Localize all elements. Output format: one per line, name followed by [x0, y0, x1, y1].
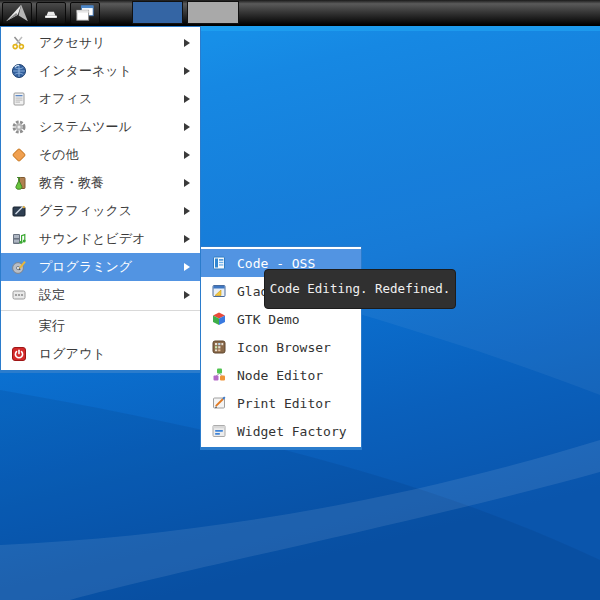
menu-item-sound-video[interactable]: サウンドとビデオ	[1, 225, 200, 253]
menu-item-label: Widget Factory	[237, 424, 347, 439]
tablet-pen-icon	[11, 203, 27, 219]
submenu-arrow-icon	[184, 235, 190, 243]
menu-item-system-tools[interactable]: システムツール	[1, 113, 200, 141]
menu-item-programming[interactable]: プログラミング	[1, 253, 200, 281]
applications-menu: アクセサリインターネットオフィスシステムツールその他教育・教養グラフィックスサウ…	[0, 26, 201, 373]
menu-item-settings[interactable]: 設定	[1, 281, 200, 309]
menu-item-accessories[interactable]: アクセサリ	[1, 29, 200, 57]
submenu-arrow-icon	[184, 179, 190, 187]
workspace-1-button[interactable]	[132, 1, 183, 24]
icon-spacer	[11, 318, 27, 334]
menu-item-label: 設定	[39, 286, 65, 304]
show-desktop-button[interactable]	[36, 2, 66, 24]
menu-item-label: システムツール	[39, 118, 132, 136]
menu-item-label: サウンドとビデオ	[39, 230, 145, 248]
diamond-icon	[11, 147, 27, 163]
menu-item-label: その他	[39, 146, 79, 164]
submenu-item-icon-browser[interactable]: Icon Browser	[201, 333, 361, 361]
menu-item-label: オフィス	[39, 90, 92, 108]
menu-item-label: アクセサリ	[39, 34, 106, 52]
menu-item-label: プログラミング	[39, 258, 132, 276]
window-list-button[interactable]	[70, 2, 100, 24]
logout-icon	[11, 346, 27, 362]
code-oss-icon	[211, 255, 227, 271]
menu-item-education[interactable]: 教育・教養	[1, 169, 200, 197]
menu-item-label: ログアウト	[39, 345, 106, 363]
submenu-arrow-icon	[184, 123, 190, 131]
print-editor-icon	[211, 395, 227, 411]
menu-separator	[1, 310, 200, 311]
submenu-arrow-icon	[184, 263, 190, 271]
menu-item-label: グラフィックス	[39, 202, 132, 220]
menu-item-logout[interactable]: ログアウト	[1, 340, 200, 368]
menu-item-internet[interactable]: インターネット	[1, 57, 200, 85]
menu-item-run[interactable]: 実行	[1, 312, 200, 340]
menu-button[interactable]	[2, 2, 32, 24]
menu-item-label: 実行	[39, 317, 65, 335]
submenu-item-node-editor[interactable]: Node Editor	[201, 361, 361, 389]
menu-item-others[interactable]: その他	[1, 141, 200, 169]
document-icon	[11, 91, 27, 107]
submenu-arrow-icon	[184, 67, 190, 75]
workspace-2-button[interactable]	[187, 1, 239, 24]
submenu-arrow-icon	[184, 207, 190, 215]
tooltip: Code Editing. Redefined.	[264, 269, 456, 309]
icon-browser-icon	[211, 339, 227, 355]
submenu-arrow-icon	[184, 291, 190, 299]
menu-item-label: GTK Demo	[237, 312, 300, 327]
widget-factory-icon	[211, 423, 227, 439]
gear-icon	[11, 119, 27, 135]
submenu-item-widget-factory[interactable]: Widget Factory	[201, 417, 361, 445]
submenu-item-print-editor[interactable]: Print Editor	[201, 389, 361, 417]
menu-item-graphics[interactable]: グラフィックス	[1, 197, 200, 225]
flask-icon	[11, 175, 27, 191]
menu-item-label: インターネット	[39, 62, 132, 80]
gtk-demo-icon	[211, 311, 227, 327]
node-editor-icon	[211, 367, 227, 383]
menu-item-office[interactable]: オフィス	[1, 85, 200, 113]
menu-item-label: Node Editor	[237, 368, 323, 383]
music-note-icon	[11, 231, 27, 247]
glade-icon	[211, 283, 227, 299]
submenu-arrow-icon	[184, 95, 190, 103]
menu-item-label: 教育・教養	[39, 174, 104, 192]
desktop: アクセサリインターネットオフィスシステムツールその他教育・教養グラフィックスサウ…	[0, 0, 600, 600]
scissors-icon	[11, 35, 27, 51]
submenu-arrow-icon	[184, 151, 190, 159]
submenu-arrow-icon	[184, 39, 190, 47]
globe-icon	[11, 63, 27, 79]
taskbar	[0, 0, 600, 26]
menu-item-label: Icon Browser	[237, 340, 331, 355]
settings-panel-icon	[11, 287, 27, 303]
cd-pencil-icon	[11, 259, 27, 275]
menu-item-label: Print Editor	[237, 396, 331, 411]
submenu-item-gtk-demo[interactable]: GTK Demo	[201, 305, 361, 333]
